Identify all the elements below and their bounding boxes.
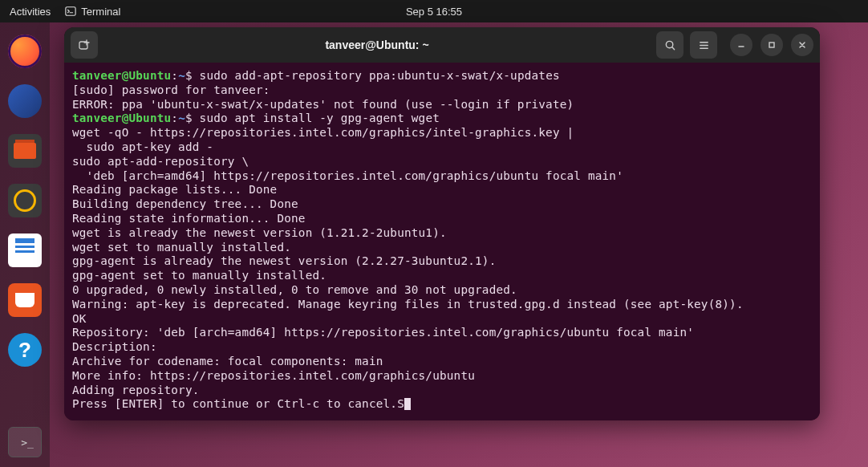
out-line: Archive for codename: focal components: … — [72, 355, 383, 368]
window-titlebar[interactable]: tanveer@Ubuntu: ~ — [64, 27, 820, 63]
out-line: 'deb [arch=amd64] https://repositories.i… — [72, 169, 623, 182]
cmd-1: sudo add-apt-repository ppa:ubuntu-x-swa… — [193, 69, 560, 82]
prompt-user: tanveer — [72, 112, 122, 124]
help-icon: ? — [8, 333, 42, 367]
out-line: wget set to manually installed. — [72, 241, 291, 254]
out-line: wget is already the newest version (1.21… — [72, 226, 447, 239]
out-line: sudo apt-add-repository \ — [72, 155, 249, 168]
prompt-colon: : — [171, 69, 178, 82]
topbar-datetime[interactable]: Sep 5 16:55 — [406, 6, 462, 18]
prompt-host: Ubuntu — [128, 112, 171, 124]
dock-writer[interactable] — [6, 231, 44, 270]
close-icon — [797, 40, 807, 50]
out-line: Repository: 'deb [arch=amd64] https://re… — [72, 326, 694, 339]
prompt-colon: : — [171, 112, 178, 124]
files-icon — [8, 134, 42, 168]
out-line: [sudo] password for tanveer: — [72, 83, 270, 96]
terminal-output[interactable]: tanveer@Ubuntu:~$ sudo add-apt-repositor… — [64, 63, 820, 420]
hamburger-icon — [698, 39, 710, 51]
out-line: ERROR: ppa 'ubuntu-x-swat/x-updates' not… — [72, 98, 574, 111]
terminal-icon — [65, 6, 76, 17]
close-button[interactable] — [791, 34, 813, 56]
dock-terminal[interactable]: >_ — [8, 427, 42, 457]
minimize-button[interactable] — [730, 34, 752, 56]
prompt-path: ~ — [178, 69, 185, 82]
maximize-icon — [767, 40, 777, 50]
ubuntu-software-icon — [8, 283, 42, 317]
prompt-dollar: $ — [185, 112, 193, 124]
out-line: Building dependency tree... Done — [72, 197, 298, 210]
out-line: Reading package lists... Done — [72, 183, 277, 196]
out-line: OK — [72, 312, 87, 325]
terminal-icon: >_ — [21, 437, 34, 449]
prompt-dollar: $ — [185, 69, 193, 82]
prompt-path: ~ — [178, 112, 185, 124]
rhythmbox-icon — [8, 184, 42, 217]
dock-files[interactable] — [6, 132, 44, 170]
svg-rect-0 — [66, 7, 75, 16]
dock-rhythmbox[interactable] — [6, 181, 44, 220]
topbar-terminal-indicator[interactable]: Terminal — [65, 6, 120, 18]
out-line: More info: https://repositories.intel.co… — [72, 369, 475, 382]
svg-rect-3 — [769, 43, 774, 47]
dock-thunderbird[interactable] — [6, 82, 44, 120]
terminal-window: tanveer@Ubuntu: ~ tanveer@Ubuntu:~$ sudo… — [64, 27, 820, 420]
topbar-terminal-label: Terminal — [81, 6, 120, 18]
out-line: wget -qO - https://repositories.intel.co… — [72, 126, 574, 139]
out-line: Reading state information... Done — [72, 212, 306, 225]
dock-firefox[interactable] — [6, 32, 44, 71]
search-button[interactable] — [656, 31, 683, 59]
out-line: Press [ENTER] to continue or Ctrl-c to c… — [72, 397, 404, 410]
maximize-button[interactable] — [761, 34, 783, 56]
out-line: gpg-agent set to manually installed. — [72, 269, 327, 282]
search-icon — [664, 39, 676, 51]
activities-button[interactable]: Activities — [10, 6, 51, 18]
cmd-2: sudo apt install -y gpg-agent wget — [193, 112, 440, 124]
menu-button[interactable] — [690, 31, 717, 59]
out-line: Warning: apt-key is deprecated. Manage k… — [72, 298, 744, 311]
dock: ? >_ — [0, 22, 50, 467]
minimize-icon — [736, 40, 746, 50]
out-line: Description: — [72, 340, 157, 353]
dock-software[interactable] — [6, 281, 44, 319]
out-line: Adding repository. — [72, 384, 200, 396]
gnome-topbar: Activities Terminal Sep 5 16:55 — [0, 0, 868, 22]
firefox-icon — [8, 35, 42, 68]
out-line: gpg-agent is already the newest version … — [72, 254, 496, 267]
libreoffice-writer-icon — [8, 234, 42, 267]
out-line: sudo apt-key add - — [72, 140, 213, 153]
window-title: tanveer@Ubuntu: ~ — [104, 39, 650, 51]
thunderbird-icon — [8, 84, 42, 118]
prompt-user: tanveer — [72, 69, 122, 82]
plus-tab-icon — [78, 39, 91, 51]
dock-help[interactable]: ? — [6, 331, 44, 369]
prompt-host: Ubuntu — [128, 69, 171, 82]
out-line: 0 upgraded, 0 newly installed, 0 to remo… — [72, 283, 517, 296]
new-tab-button[interactable] — [71, 31, 98, 59]
text-cursor — [404, 398, 411, 410]
